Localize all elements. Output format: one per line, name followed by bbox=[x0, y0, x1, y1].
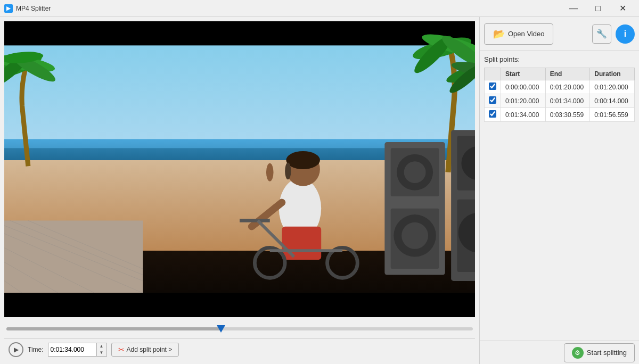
add-split-label: Add split point > bbox=[127, 346, 173, 353]
row-checkbox-cell[interactable] bbox=[485, 94, 501, 108]
row-duration-1: 0:00:14.000 bbox=[590, 94, 635, 108]
time-spinner-down[interactable]: ▼ bbox=[97, 350, 106, 356]
svg-rect-17 bbox=[4, 220, 143, 293]
left-panel: ▶ Time: ▲ ▼ ✂ Add split point > bbox=[0, 17, 479, 364]
row-checkbox-2[interactable] bbox=[489, 110, 496, 118]
time-spinner-up[interactable]: ▲ bbox=[97, 343, 106, 350]
svg-rect-49 bbox=[4, 293, 475, 317]
open-video-button[interactable]: 📂 Open Video bbox=[484, 23, 553, 45]
main-content: ▶ Time: ▲ ▼ ✂ Add split point > 📂 Open V… bbox=[0, 17, 639, 364]
start-col-header: Start bbox=[501, 68, 546, 80]
row-end-1: 0:01:34.000 bbox=[545, 94, 590, 108]
row-end-2: 0:03:30.559 bbox=[545, 108, 590, 122]
row-start-0: 0:00:00.000 bbox=[501, 80, 546, 94]
video-frame bbox=[4, 21, 475, 317]
row-checkbox-1[interactable] bbox=[489, 96, 496, 104]
row-start-1: 0:01:20.000 bbox=[501, 94, 546, 108]
table-row: 0:01:20.000 0:01:34.000 0:00:14.000 bbox=[485, 94, 635, 108]
time-input-wrap: ▲ ▼ bbox=[48, 343, 107, 357]
svg-rect-1 bbox=[4, 45, 475, 148]
row-checkbox-cell[interactable] bbox=[485, 108, 501, 122]
row-duration-2: 0:01:56.559 bbox=[590, 108, 635, 122]
start-splitting-label: Start splitting bbox=[587, 349, 627, 357]
table-row: 0:00:00.000 0:01:20.000 0:01:20.000 bbox=[485, 80, 635, 94]
minimize-button[interactable]: — bbox=[561, 0, 586, 17]
right-toolbar: 📂 Open Video 🔧 i bbox=[480, 17, 639, 51]
svg-point-31 bbox=[402, 222, 428, 249]
window-controls: — □ ✕ bbox=[561, 0, 635, 17]
gear-icon-green: ⚙ bbox=[572, 347, 584, 359]
end-col-header: End bbox=[545, 68, 590, 80]
svg-point-28 bbox=[404, 161, 426, 183]
svg-point-39 bbox=[286, 151, 320, 169]
row-duration-0: 0:01:20.000 bbox=[590, 80, 635, 94]
split-points-label: Split points: bbox=[484, 55, 635, 63]
timeline-progress bbox=[6, 327, 221, 330]
split-points-area: Split points: Start End Duration 0:00:00… bbox=[480, 51, 639, 341]
checkbox-col-header bbox=[485, 68, 501, 80]
right-panel: 📂 Open Video 🔧 i Split points: Start End bbox=[479, 17, 639, 364]
duration-col-header: Duration bbox=[590, 68, 635, 80]
add-split-point-button[interactable]: ✂ Add split point > bbox=[111, 343, 179, 357]
timeline-thumb bbox=[217, 325, 225, 333]
settings-icon: 🔧 bbox=[596, 29, 607, 39]
svg-rect-0 bbox=[4, 21, 475, 45]
play-button[interactable]: ▶ bbox=[9, 342, 23, 357]
row-start-2: 0:01:34.000 bbox=[501, 108, 546, 122]
svg-rect-40 bbox=[282, 227, 321, 260]
row-end-0: 0:01:20.000 bbox=[545, 80, 590, 94]
timeline[interactable] bbox=[4, 319, 475, 338]
bottom-bar: ⚙ Start splitting bbox=[480, 341, 639, 364]
info-icon: i bbox=[624, 29, 626, 39]
app-icon: ▶ bbox=[4, 4, 13, 13]
video-scene bbox=[4, 21, 475, 317]
row-checkbox-cell[interactable] bbox=[485, 80, 501, 94]
info-button[interactable]: i bbox=[616, 24, 635, 44]
table-row: 0:01:34.000 0:03:30.559 0:01:56.559 bbox=[485, 108, 635, 122]
app-title: MP4 Splitter bbox=[16, 5, 561, 12]
video-container bbox=[4, 21, 475, 317]
svg-point-48 bbox=[285, 163, 291, 180]
timeline-track[interactable] bbox=[6, 327, 473, 330]
scissors-icon: ✂ bbox=[118, 345, 125, 354]
svg-point-47 bbox=[266, 163, 274, 181]
table-header-row: Start End Duration bbox=[485, 68, 635, 80]
open-video-label: Open Video bbox=[508, 30, 544, 38]
row-checkbox-0[interactable] bbox=[489, 82, 496, 90]
close-button[interactable]: ✕ bbox=[610, 0, 635, 17]
settings-button[interactable]: 🔧 bbox=[592, 24, 611, 44]
maximize-button[interactable]: □ bbox=[586, 0, 610, 17]
split-table-body: 0:00:00.000 0:01:20.000 0:01:20.000 0:01… bbox=[485, 80, 635, 122]
split-points-table: Start End Duration 0:00:00.000 0:01:20.0… bbox=[484, 68, 635, 122]
gear-icon: ⚙ bbox=[575, 349, 580, 357]
controls-bar: ▶ Time: ▲ ▼ ✂ Add split point > bbox=[4, 338, 475, 360]
time-spinners: ▲ ▼ bbox=[96, 343, 106, 356]
time-label: Time: bbox=[28, 346, 44, 353]
start-splitting-button[interactable]: ⚙ Start splitting bbox=[564, 343, 635, 362]
time-input[interactable] bbox=[48, 343, 96, 356]
folder-icon: 📂 bbox=[493, 28, 505, 40]
title-bar: ▶ MP4 Splitter — □ ✕ bbox=[0, 0, 639, 17]
